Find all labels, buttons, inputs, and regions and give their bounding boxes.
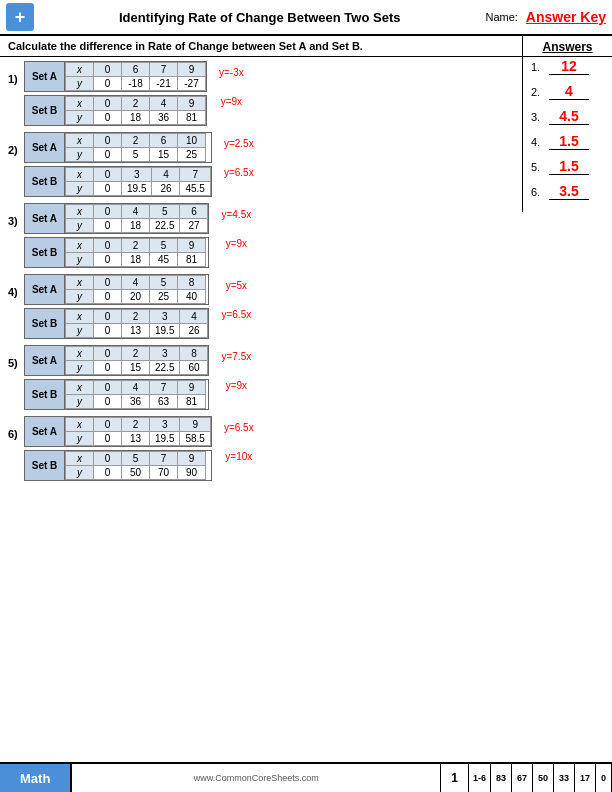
table-cell: 0 (94, 276, 122, 290)
answer-num: 6. (531, 186, 549, 198)
answer-item: 5.1.5 (531, 158, 604, 175)
problem: 2)Set Ax02610y051525Set Bx0347y019.52645… (8, 132, 512, 197)
equation-b: y=9x (226, 380, 247, 391)
problem-tables: Set Ax02610y051525Set Bx0347y019.52645.5 (24, 132, 212, 197)
table-cell: 2 (122, 97, 150, 111)
instruction-text: Calculate the difference in Rate of Chan… (0, 36, 612, 57)
problem-number: 5) (8, 357, 24, 369)
table-cell: -18 (122, 77, 150, 91)
footer-math-label: Math (0, 764, 72, 792)
answer-item: 6.3.5 (531, 183, 604, 200)
table-cell: 0 (94, 111, 122, 125)
equation-group: y=5xy=6.5x (215, 274, 251, 326)
answers-panel: Answers 1.122.43.4.54.1.55.1.56.3.5 (522, 36, 612, 212)
table-cell: 0 (94, 205, 122, 219)
table-cell: 0 (94, 63, 122, 77)
set-table: Set Bx0579y0507090 (24, 450, 212, 481)
footer-stat-value: 83 (491, 764, 512, 792)
table-cell: 9 (180, 418, 210, 432)
set-table: Set Bx0234y01319.526 (24, 308, 209, 339)
table-cell: 4 (180, 310, 208, 324)
name-label: Name: (485, 11, 517, 23)
table-cell: y (66, 111, 94, 125)
footer-stat-value: 17 (575, 764, 596, 792)
table-cell: y (66, 466, 94, 480)
table-cell: 7 (150, 63, 178, 77)
answer-value: 3.5 (549, 183, 589, 200)
table-cell: 3 (150, 310, 180, 324)
table-cell: 0 (94, 432, 122, 446)
equation-group: y=4.5xy=9x (215, 203, 251, 255)
answer-value: 4.5 (549, 108, 589, 125)
set-table: Set Ax0456y01822.527 (24, 203, 209, 234)
table-cell: y (66, 361, 94, 375)
table-cell: 2 (122, 347, 150, 361)
problem-number: 6) (8, 428, 24, 440)
table-cell: 81 (178, 111, 206, 125)
table-cell: x (66, 63, 94, 77)
footer-stat-value: 0 (596, 764, 612, 792)
table-cell: x (66, 381, 94, 395)
table-cell: 0 (94, 310, 122, 324)
table-cell: 13 (122, 324, 150, 338)
problem-tables: Set Ax0458y0202540Set Bx0234y01319.526 (24, 274, 209, 339)
table-cell: 0 (94, 253, 122, 267)
table-cell: x (66, 239, 94, 253)
table-cell: 22.5 (150, 361, 180, 375)
table-cell: 2 (122, 134, 150, 148)
set-table: Set Ax0239y01319.558.5 (24, 416, 212, 447)
table-cell: 8 (180, 347, 208, 361)
answer-item: 1.12 (531, 58, 604, 75)
answer-item: 4.1.5 (531, 133, 604, 150)
footer: Math www.CommonCoreSheets.com 1 1-6 8367… (0, 762, 612, 792)
equation-group: y=2.5xy=6.5x (218, 132, 254, 184)
set-label: Set A (25, 275, 65, 304)
table-cell: 13 (122, 432, 150, 446)
set-table: Set Bx0259y0184581 (24, 237, 209, 268)
set-label: Set A (25, 62, 65, 91)
table-cell: y (66, 395, 94, 409)
table-cell: 4 (122, 205, 150, 219)
table-cell: 0 (94, 290, 122, 304)
equation-a: y=7.5x (221, 351, 251, 362)
table-cell: 4 (150, 97, 178, 111)
table-cell: 90 (178, 466, 206, 480)
table-cell: 15 (122, 361, 150, 375)
table-cell: y (66, 182, 94, 196)
footer-stat-value: 50 (533, 764, 554, 792)
table-cell: 18 (122, 219, 150, 233)
answer-item: 3.4.5 (531, 108, 604, 125)
logo-icon: + (6, 3, 34, 31)
table-cell: 9 (178, 381, 206, 395)
data-table: x02610y051525 (65, 133, 206, 162)
table-cell: 19.5 (150, 432, 180, 446)
equation-b: y=10x (225, 451, 252, 462)
equation-b: y=9x (226, 238, 247, 249)
set-label: Set A (25, 204, 65, 233)
problem: 3)Set Ax0456y01822.527Set Bx0259y0184581… (8, 203, 512, 268)
table-cell: 81 (178, 253, 206, 267)
answers-title: Answers (531, 40, 604, 54)
answer-num: 2. (531, 86, 549, 98)
data-table: x0456y01822.527 (65, 204, 208, 233)
set-table: Set Ax0679y0-18-21-27 (24, 61, 207, 92)
table-cell: 0 (94, 347, 122, 361)
set-label: Set B (25, 451, 65, 480)
data-table: x0238y01522.560 (65, 346, 208, 375)
equation-group: y=6.5xy=10x (218, 416, 254, 468)
table-cell: 0 (94, 168, 122, 182)
table-cell: x (66, 134, 94, 148)
table-cell: 9 (178, 97, 206, 111)
set-label: Set B (25, 309, 65, 338)
set-table: Set Ax0238y01522.560 (24, 345, 209, 376)
table-cell: -27 (178, 77, 206, 91)
table-cell: 3 (122, 168, 152, 182)
answer-num: 3. (531, 111, 549, 123)
table-cell: 7 (150, 452, 178, 466)
equation-group: y=7.5xy=9x (215, 345, 251, 397)
answer-value: 1.5 (549, 158, 589, 175)
table-cell: 58.5 (180, 432, 210, 446)
footer-stat-value: 67 (512, 764, 533, 792)
set-label: Set A (25, 133, 65, 162)
problem-tables: Set Ax0679y0-18-21-27Set Bx0249y0183681 (24, 61, 207, 126)
